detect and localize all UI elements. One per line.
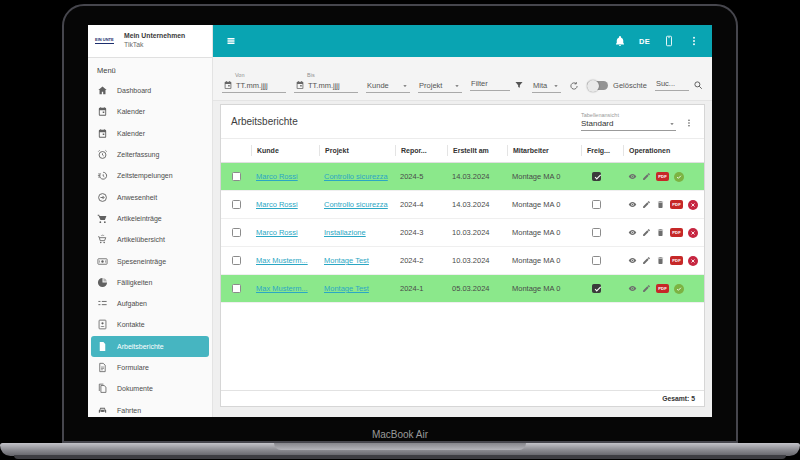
sidebar-item-zeitstempelungen[interactable]: Zeitstempelungen [88,165,212,186]
row-checkbox[interactable] [232,200,241,209]
x-icon [690,230,696,236]
customer-link[interactable]: Max Musterm... [256,256,308,265]
sidebar-item-zeiterfassung[interactable]: Zeiterfassung [88,144,212,165]
col-mitarbeiter[interactable]: Mitarbeiter [507,145,581,156]
view-eye-icon[interactable] [628,200,637,209]
customer-link[interactable]: Max Musterm... [256,284,308,293]
col-erstellt[interactable]: Erstellt am [447,145,507,156]
date-from-field[interactable]: Von TT.mm.jjjj [222,72,286,93]
table-view-select[interactable]: Tabellenansicht Standard [581,112,676,131]
employee: Montage MA 0 [507,200,581,209]
edit-pencil-icon[interactable] [642,256,651,265]
approved-checkbox[interactable] [592,256,601,265]
view-eye-icon[interactable] [628,228,637,237]
sidebar-item-faelligkeiten[interactable]: Fälligkeiten [88,272,212,293]
calendar-icon[interactable] [295,80,305,90]
edit-pencil-icon[interactable] [642,228,651,237]
search-input[interactable]: Suc... [655,79,689,91]
pdf-button[interactable]: PDF [656,284,669,293]
status-rejected-icon[interactable] [688,200,698,210]
table-options-kebab-icon[interactable] [684,117,694,129]
pdf-button[interactable]: PDF [670,228,683,237]
row-checkbox[interactable] [232,172,241,181]
sidebar-item-formulare[interactable]: Formulare [88,357,212,378]
pdf-button[interactable]: PDF [656,172,669,181]
view-eye-icon[interactable] [628,256,637,265]
calendar-icon[interactable] [223,80,233,90]
col-report[interactable]: Repor... [395,145,447,156]
delete-trash-icon[interactable] [656,256,665,265]
project-select[interactable]: Projekt [418,81,462,93]
hamburger-menu-icon[interactable] [225,35,237,47]
date-to-field[interactable]: Bis TT.mm.jjjj [294,72,358,93]
pdf-button[interactable]: PDF [670,256,683,265]
view-eye-icon[interactable] [628,172,637,181]
row-checkbox[interactable] [232,284,241,293]
sidebar-item-anwesenheit[interactable]: Anwesenheit [88,186,212,207]
project-link[interactable]: Montage Test [324,256,369,265]
row-checkbox[interactable] [232,256,241,265]
project-link[interactable]: Controllo sicurezza [324,200,388,209]
filter-input[interactable]: Filter [470,79,510,91]
sidebar-item-aufgaben[interactable]: Aufgaben [88,293,212,314]
sidebar-item-artikeluebersicht[interactable]: Artikelübersicht [88,229,212,250]
x-icon [690,258,696,264]
sidebar-item-speseneintraege[interactable]: Speseneinträge [88,250,212,271]
status-approved-icon[interactable] [674,284,684,294]
edit-pencil-icon[interactable] [642,200,651,209]
approved-checkbox[interactable] [592,228,601,237]
refresh-icon[interactable] [569,81,579,91]
status-approved-icon[interactable] [674,172,684,182]
mobile-device-icon[interactable] [663,35,675,47]
project-link[interactable]: Montage Test [324,284,369,293]
delete-trash-icon[interactable] [656,200,665,209]
status-rejected-icon[interactable] [688,228,698,238]
approved-checkbox[interactable] [592,200,601,209]
table-row: Marco Rossi Installazione 2024-3 10.03.2… [221,219,704,247]
edit-pencil-icon[interactable] [642,284,651,293]
cart-icon [97,213,108,224]
delete-trash-icon[interactable] [656,228,665,237]
customer-link[interactable]: Marco Rossi [256,228,298,237]
contacts-icon [97,319,108,330]
customer-link[interactable]: Marco Rossi [256,172,298,181]
sidebar-item-kontakte[interactable]: Kontakte [88,314,212,335]
project-link[interactable]: Installazione [324,228,366,237]
deleted-toggle[interactable] [587,81,608,90]
sidebar-item-kalender-1[interactable]: Kalender [88,101,212,122]
sidebar-item-dokumente[interactable]: Dokumente [88,378,212,399]
approved-checkbox[interactable] [592,172,601,181]
col-kunde[interactable]: Kunde [251,145,319,156]
customer-link[interactable]: Marco Rossi [256,200,298,209]
kebab-menu-icon[interactable] [688,35,700,47]
view-eye-icon[interactable] [628,284,637,293]
created-date: 10.03.2024 [447,228,507,237]
sidebar-item-dashboard[interactable]: Dashboard [88,80,212,101]
col-projekt[interactable]: Projekt [319,145,395,156]
filter-funnel-icon[interactable] [514,80,524,90]
project-link[interactable]: Controllo sicurezza [324,172,388,181]
check-icon [676,174,682,180]
sidebar-item-artikeleintraege[interactable]: Artikeleinträge [88,208,212,229]
row-checkbox[interactable] [232,228,241,237]
notifications-bell-icon[interactable] [614,35,626,47]
customer-select[interactable]: Kunde [366,81,410,93]
filter-input-group: Filter [470,79,524,91]
employee-select[interactable]: Mita [532,81,561,93]
brand-header[interactable]: EIN UNTE Mein Unternehmen TikTak [88,25,212,58]
sidebar-item-kalender-2[interactable]: Kalender [88,123,212,144]
pie-clock-icon [97,277,108,288]
language-selector[interactable]: DE [639,37,650,46]
status-rejected-icon[interactable] [688,256,698,266]
table-row: Marco Rossi Controllo sicurezza 2024-5 1… [221,163,704,191]
filter-toolbar: Von TT.mm.jjjj Bis TT.mm.jjjj Kunde Proj… [213,57,712,101]
created-date: 14.03.2024 [447,172,507,181]
pdf-button[interactable]: PDF [670,200,683,209]
laptop-screen-bezel: EIN UNTE Mein Unternehmen TikTak Menü Da… [62,4,738,443]
col-freigegeben[interactable]: Freig... [581,145,623,156]
sidebar-item-fahrten[interactable]: Fahrten [88,399,212,417]
sidebar-item-arbeitsberichte[interactable]: Arbeitsberichte [91,336,209,357]
approved-checkbox[interactable] [592,284,601,293]
search-icon[interactable] [693,80,703,90]
edit-pencil-icon[interactable] [642,172,651,181]
